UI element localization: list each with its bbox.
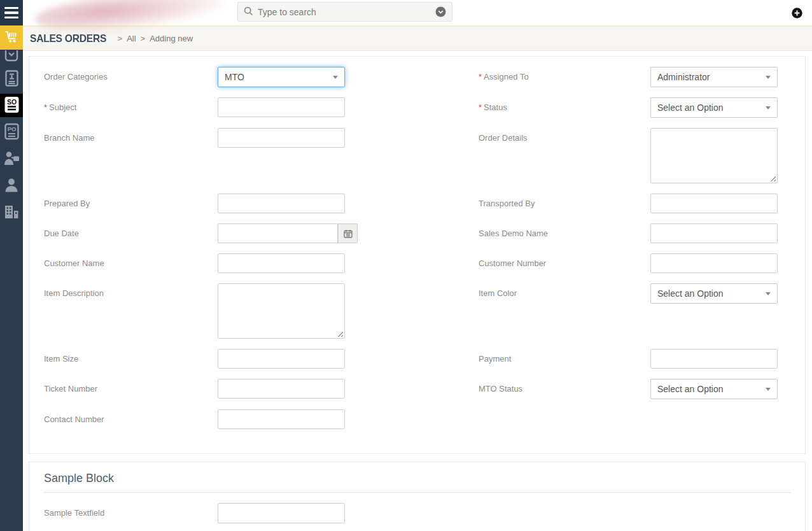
caret-down-icon (766, 388, 771, 391)
field-label: Item Color (479, 283, 650, 299)
field-label: Customer Number (479, 253, 650, 269)
branch-name-input[interactable] (218, 128, 345, 148)
order-categories-select[interactable]: MTO (218, 67, 345, 87)
breadcrumb: SALES ORDERS > All > Adding new (23, 25, 812, 51)
svg-text:PO: PO (7, 125, 16, 132)
sidebar-item-purchase-orders[interactable]: PO (0, 124, 23, 141)
calendar-icon (344, 229, 353, 238)
item-description-textarea[interactable] (218, 283, 345, 339)
caret-down-icon (333, 76, 338, 79)
caret-down-icon (766, 76, 771, 79)
sample-form-grid: Sample Textfield (29, 493, 805, 523)
field-label: Payment (479, 349, 650, 364)
breadcrumb-separator: > (118, 34, 123, 43)
transported-by-input[interactable] (650, 194, 778, 213)
svg-text:SO: SO (6, 98, 16, 106)
ticket-number-input[interactable] (218, 379, 345, 399)
payment-input[interactable] (650, 349, 778, 369)
required-asterisk: * (479, 72, 482, 81)
quick-add-icon[interactable] (792, 8, 802, 18)
field-label: Item Size (44, 349, 218, 364)
select-value: MTO (225, 72, 244, 82)
sales-order-icon: SO (4, 96, 19, 115)
subject-input[interactable] (218, 97, 345, 117)
customer-name-input[interactable] (218, 253, 345, 273)
search-input[interactable] (258, 7, 431, 17)
field-label: Order Details (479, 128, 650, 143)
presenter-icon (3, 151, 20, 168)
calendar-button[interactable] (338, 223, 358, 243)
app-sidebar: SO PO (0, 0, 23, 531)
top-bar (23, 0, 812, 25)
menu-icon[interactable] (0, 0, 23, 25)
sales-demo-name-input[interactable] (650, 223, 778, 243)
sidebar-item-presentation[interactable] (0, 150, 23, 168)
breadcrumb-page: Adding new (150, 34, 193, 43)
due-date-input[interactable] (218, 223, 338, 243)
purchase-order-icon: PO (4, 123, 19, 142)
breadcrumb-module[interactable]: SALES ORDERS (30, 32, 106, 45)
mto-status-select[interactable]: Select an Option (650, 379, 778, 399)
sample-block-card: Sample Block Sample Textfield (29, 462, 806, 531)
field-label: Sales Demo Name (479, 223, 650, 239)
item-size-input[interactable] (218, 349, 345, 369)
item-color-select[interactable]: Select an Option (650, 283, 778, 304)
contact-icon (4, 178, 19, 195)
field-label: Due Date (44, 223, 218, 239)
field-label: *Assigned To (479, 67, 650, 82)
field-label: Item Description (44, 283, 218, 299)
sidebar-item-calendar[interactable] (0, 50, 23, 63)
required-asterisk: * (44, 103, 47, 112)
assigned-to-select[interactable]: Administrator (650, 67, 778, 87)
sidebar-item-sales-orders[interactable]: SO (0, 94, 23, 117)
sidebar-item-organizations[interactable] (0, 204, 23, 222)
sample-textfield-input[interactable] (218, 503, 345, 523)
select-value: Administrator (657, 72, 710, 82)
main-content: Order Categories MTO *Assigned To Admini… (23, 51, 812, 531)
sidebar-item-contacts[interactable] (0, 177, 23, 195)
cart-icon (4, 30, 18, 46)
edit-form-card: Order Categories MTO *Assigned To Admini… (29, 56, 806, 454)
global-search[interactable] (237, 2, 452, 22)
field-label: Transported By (479, 194, 650, 209)
select-value: Select an Option (657, 103, 724, 113)
contact-number-input[interactable] (218, 409, 345, 429)
select-value: Select an Option (657, 384, 724, 394)
select-value: Select an Option (657, 288, 724, 299)
field-label: Ticket Number (44, 379, 218, 394)
field-label: Prepared By (44, 194, 218, 209)
status-select[interactable]: Select an Option (650, 97, 778, 118)
sidebar-item-invoice[interactable] (0, 70, 23, 88)
breadcrumb-separator: > (141, 34, 146, 43)
caret-down-icon (766, 292, 771, 295)
field-label: *Status (479, 97, 650, 113)
calendar-partial-icon (4, 50, 19, 62)
caret-down-icon (766, 106, 771, 110)
invoice-icon (5, 70, 18, 88)
field-label: Contact Number (44, 409, 218, 425)
order-details-textarea[interactable] (650, 128, 778, 183)
field-label: Customer Name (44, 253, 218, 269)
block-title: Sample Block (29, 462, 805, 485)
search-scope-dropdown[interactable] (435, 6, 446, 17)
organization-icon (4, 204, 19, 222)
breadcrumb-view[interactable]: All (127, 34, 136, 43)
field-label: Sample Textfield (44, 503, 218, 518)
required-asterisk: * (479, 103, 482, 112)
field-label: Order Categories (44, 67, 218, 82)
field-label: Branch Name (44, 128, 218, 143)
prepared-by-input[interactable] (218, 194, 345, 213)
field-label: MTO Status (479, 379, 650, 394)
customer-number-input[interactable] (650, 253, 778, 273)
sidebar-item-cart-module[interactable] (0, 25, 23, 50)
search-icon (244, 6, 253, 18)
field-label: *Subject (44, 97, 218, 113)
form-grid: Order Categories MTO *Assigned To Admini… (29, 57, 805, 429)
